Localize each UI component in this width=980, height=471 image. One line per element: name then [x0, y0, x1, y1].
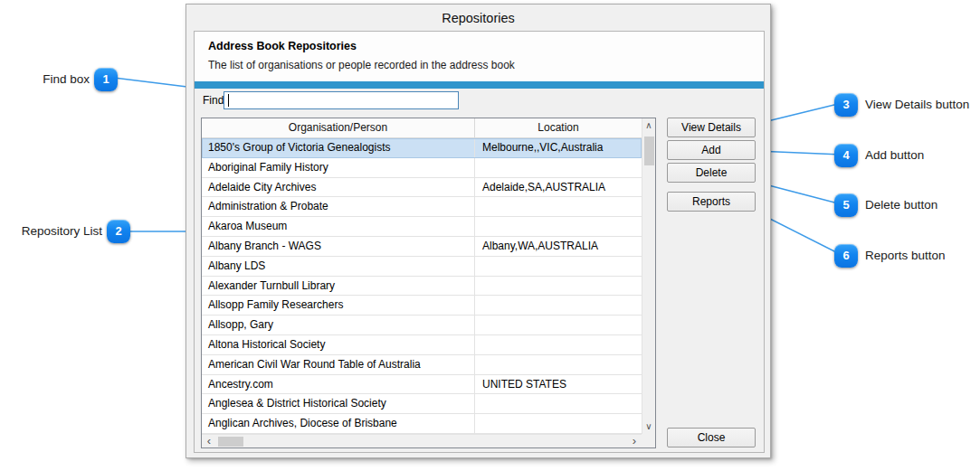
text-caret [228, 94, 229, 107]
table-row[interactable]: Ancestry.comUNITED STATES [202, 375, 642, 395]
find-input[interactable] [224, 91, 459, 109]
table-row[interactable]: Anglesea & District Historical Society [202, 394, 642, 414]
location-cell: Albany,WA,AUSTRALIA [475, 237, 642, 257]
location-cell [475, 414, 642, 434]
panel-header: Address Book Repositories The list of or… [195, 32, 764, 81]
organisation-cell: Altona Historical Society [202, 335, 475, 355]
close-button[interactable]: Close [667, 428, 756, 447]
dialog-title: Repositories [186, 11, 770, 25]
organisation-cell: Alexander Turnbull Library [202, 277, 475, 297]
location-cell [475, 316, 642, 335]
callout-badge-3: 3 [834, 93, 858, 117]
scroll-right-icon[interactable]: › [628, 435, 641, 447]
location-cell [475, 335, 642, 355]
organisation-cell: Aboriginal Family History [202, 158, 475, 178]
dialog-content-panel: Address Book Repositories The list of or… [194, 31, 765, 453]
organisation-cell: Ancestry.com [202, 375, 475, 395]
repository-list: Organisation/Person Location 1850's Grou… [201, 118, 656, 448]
accent-divider-bar [195, 81, 764, 89]
table-row[interactable]: 1850's Group of Victoria GenealogistsMel… [202, 138, 642, 158]
table-row[interactable]: Aboriginal Family History [202, 158, 642, 178]
horizontal-scroll-thumb[interactable] [218, 437, 243, 447]
location-cell [475, 197, 642, 217]
table-row[interactable]: American Civil War Round Table of Austra… [202, 355, 642, 375]
callout-label-reports: Reports button [865, 249, 946, 263]
organisation-cell: Administration & Probate [202, 197, 475, 217]
callout-badge-5: 5 [834, 193, 858, 217]
table-row[interactable]: Altona Historical Society [202, 335, 642, 355]
callout-label-find-box: Find box [0, 72, 90, 87]
vertical-scroll-thumb[interactable] [644, 137, 654, 165]
panel-header-title: Address Book Repositories [208, 40, 357, 52]
callout-badge-1: 1 [94, 68, 118, 91]
location-cell [475, 158, 642, 178]
organisation-cell: Anglican Archives, Diocese of Brisbane [202, 414, 475, 434]
table-row[interactable]: Albany Branch - WAGSAlbany,WA,AUSTRALIA [202, 237, 642, 257]
organisation-cell: 1850's Group of Victoria Genealogists [202, 138, 475, 158]
add-button[interactable]: Add [667, 140, 756, 160]
table-row[interactable]: Akaroa Museum [202, 217, 642, 237]
scrollbar-corner [642, 434, 655, 447]
callout-badge-2: 2 [107, 220, 130, 243]
vertical-scrollbar[interactable]: ∧ ∨ [642, 118, 655, 434]
callout-label-delete: Delete button [865, 198, 937, 212]
callout-line-6 [761, 214, 842, 255]
organisation-cell: Albany LDS [202, 257, 475, 277]
location-cell [475, 296, 642, 316]
table-row[interactable]: Alexander Turnbull Library [202, 277, 642, 297]
table-row[interactable]: Albany LDS [202, 257, 642, 277]
scroll-down-icon[interactable]: ∨ [642, 420, 655, 433]
organisation-cell: Akaroa Museum [202, 217, 475, 237]
callout-badge-4: 4 [834, 144, 858, 167]
table-body: 1850's Group of Victoria GenealogistsMel… [202, 138, 642, 434]
table-row[interactable]: Adelaide City ArchivesAdelaide,SA,AUSTRA… [202, 178, 642, 198]
callout-label-view-details: View Details button [865, 98, 969, 112]
scroll-left-icon[interactable]: ‹ [203, 435, 215, 447]
panel-header-subtitle: The list of organisations or people reco… [208, 59, 515, 71]
location-cell: Melbourne,,VIC,Australia [475, 138, 642, 158]
horizontal-scrollbar[interactable]: ‹ › [202, 434, 642, 447]
reports-button[interactable]: Reports [667, 192, 756, 212]
help-screenshot-page: Find box 1 Repository List 2 3 View Deta… [0, 0, 980, 471]
organisation-cell: Adelaide City Archives [202, 178, 475, 198]
table-row[interactable]: Administration & Probate [202, 197, 642, 217]
location-cell [475, 355, 642, 375]
organisation-cell: Albany Branch - WAGS [202, 237, 475, 257]
organisation-cell: Anglesea & District Historical Society [202, 394, 475, 414]
table-row[interactable]: Allsopp Family Researchers [202, 296, 642, 316]
organisation-cell: Allsopp, Gary [202, 316, 475, 335]
delete-button[interactable]: Delete [667, 163, 756, 183]
list-header-row: Organisation/Person Location [202, 118, 642, 138]
location-cell [475, 394, 642, 414]
location-cell: UNITED STATES [475, 375, 642, 395]
find-label: Find [203, 94, 224, 107]
table-row[interactable]: Anglican Archives, Diocese of Brisbane [202, 414, 642, 434]
location-cell [475, 217, 642, 237]
view-details-button[interactable]: View Details [667, 118, 756, 137]
organisation-cell: American Civil War Round Table of Austra… [202, 355, 475, 375]
column-header-location[interactable]: Location [475, 118, 642, 137]
location-cell [475, 277, 642, 297]
location-cell [475, 257, 642, 277]
callout-badge-6: 6 [834, 244, 858, 268]
scroll-up-icon[interactable]: ∧ [642, 119, 655, 132]
callout-label-add: Add button [865, 148, 924, 163]
callout-label-repository-list: Repository List [0, 224, 102, 239]
table-row[interactable]: Allsopp, Gary [202, 316, 642, 335]
repositories-dialog: Repositories Address Book Repositories T… [186, 4, 771, 458]
organisation-cell: Allsopp Family Researchers [202, 296, 475, 316]
list-columns-area: Organisation/Person Location 1850's Grou… [202, 118, 642, 434]
column-header-organisation[interactable]: Organisation/Person [202, 118, 475, 137]
location-cell: Adelaide,SA,AUSTRALIA [475, 178, 642, 198]
